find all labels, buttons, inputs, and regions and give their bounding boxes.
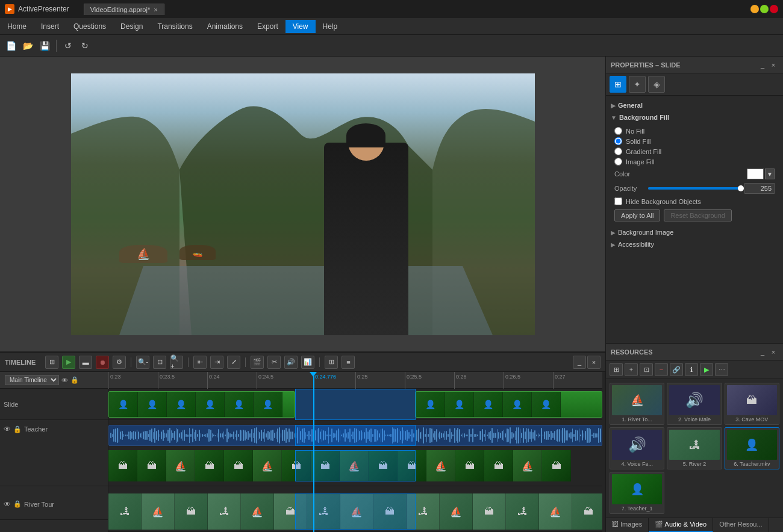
menu-design[interactable]: Design [113, 20, 150, 33]
image-fill-radio[interactable] [614, 158, 622, 165]
resource-item-5[interactable]: 🏞 5. River 2 [667, 427, 722, 469]
bg-image-section-header[interactable]: ▶ Background Image [610, 226, 779, 238]
timeline-play-btn[interactable]: ▶ [62, 356, 75, 369]
slide-green-clip-2[interactable]: 👤 👤 👤 👤 👤 [416, 391, 602, 418]
undo-button[interactable]: ↺ [61, 39, 75, 53]
res-grid-view[interactable]: ⊞ [610, 363, 623, 376]
res-add-btn[interactable]: + [625, 363, 638, 376]
zoom-out-btn[interactable]: 🔍- [136, 356, 149, 369]
menu-home[interactable]: Home [0, 20, 34, 33]
file-tab[interactable]: VideoEditing.approj* × [84, 4, 164, 15]
resource-item-6[interactable]: 👤 6. Teacher.mkv [725, 427, 779, 469]
resource-item-7[interactable]: 👤 7. Teacher_1 [610, 472, 664, 514]
color-swatch[interactable] [747, 169, 764, 179]
reset-bg-btn[interactable]: Reset Background [664, 209, 732, 221]
minimize-button[interactable] [750, 5, 759, 13]
open-button[interactable]: 📂 [20, 39, 35, 53]
res-tab-other[interactable]: Other Resou... [713, 518, 769, 532]
timeline-clip-btn[interactable]: ▬ [79, 356, 92, 369]
tl-btn-12[interactable]: 🔊 [284, 356, 298, 369]
tl-btn-11[interactable]: ✂ [267, 356, 281, 369]
res-panel-minimize[interactable]: _ [758, 347, 767, 357]
props-panel-close[interactable]: × [769, 60, 778, 70]
tab-fx[interactable]: ✦ [629, 76, 646, 93]
accessibility-section-header[interactable]: ▶ Accessibility [610, 238, 779, 250]
new-button[interactable]: 📄 [4, 39, 18, 53]
timeline-body: Main Timeline 👁 🔒 Slide 👁 🔒 Teacher [0, 372, 605, 532]
slide-green-clip[interactable]: 👤 👤 👤 👤 👤 👤 [108, 391, 295, 418]
tl-btn-14[interactable]: ⊞ [325, 356, 338, 369]
maximize-button[interactable] [760, 5, 769, 13]
tl-minimize-btn[interactable]: _ [573, 356, 586, 369]
river-lock-icon[interactable]: 🔒 [13, 500, 22, 508]
res-info-btn[interactable]: ℹ [685, 363, 698, 376]
menu-view[interactable]: View [285, 20, 316, 33]
res-link-btn[interactable]: 🔗 [670, 363, 683, 376]
no-fill-radio[interactable] [614, 127, 622, 135]
tab-anim[interactable]: ◈ [648, 76, 665, 93]
timeline-record-btn[interactable]: ⏺ [96, 356, 109, 369]
close-button[interactable] [770, 5, 778, 13]
redo-button[interactable]: ↻ [78, 39, 92, 53]
res-panel-close[interactable]: × [769, 347, 778, 357]
solid-fill-radio[interactable] [614, 137, 622, 145]
menu-animations[interactable]: Animations [200, 20, 250, 33]
teacher-track-row[interactable]: // Will be rendered via JS below 🏔 🏔 ⛵ [108, 420, 602, 486]
menu-export[interactable]: Export [250, 20, 285, 33]
track-content[interactable]: 0:23 0:23.5 0:24 0:24.5 0:24.776 0:25 0:… [108, 372, 605, 532]
tl-btn-9[interactable]: ⤢ [227, 356, 240, 369]
tl-btn-10[interactable]: 🎬 [251, 356, 264, 369]
tl-btn-8[interactable]: ⇥ [210, 356, 223, 369]
res-more-btn[interactable]: ⋯ [715, 363, 728, 376]
resource-item-2[interactable]: 🔊 2. Voice Male [667, 383, 722, 425]
opacity-thumb[interactable] [738, 185, 744, 191]
slide-canvas[interactable]: ⛵ 🚤 [71, 73, 535, 335]
slide-track-row[interactable]: 👤 👤 👤 👤 👤 👤 [108, 389, 602, 420]
tab-slide[interactable]: ⊞ [610, 76, 626, 93]
ruler-tick-1: 0:23.5 [158, 372, 175, 389]
res-delete-btn[interactable]: − [655, 363, 668, 376]
tl-sep-1 [131, 357, 131, 367]
bg-fill-section-header[interactable]: ▼ Background Fill [610, 111, 779, 123]
teacher-eye-icon[interactable]: 👁 [4, 425, 11, 433]
opacity-input[interactable] [744, 183, 775, 194]
zoom-fit-btn[interactable]: ⊡ [153, 356, 166, 369]
river-video-clip[interactable]: 🏞 ⛵ 🏔 🏞 ⛵ 🏔 🏞 ⛵ 🏔 🏞 ⛵ [108, 493, 602, 530]
tl-btn-13[interactable]: 📊 [301, 356, 314, 369]
file-tab-close[interactable]: × [154, 6, 157, 13]
res-tab-images[interactable]: 🖼 Images [606, 518, 649, 532]
timeline-playhead[interactable] [313, 372, 314, 532]
canvas-area: ⛵ 🚤 TIMELINE ⊞ ▶ ▬ ⏺ ⚙ 🔍- ⊡ 🔍+ ⇤ ⇥ [0, 57, 605, 532]
resource-item-4[interactable]: 🔊 4. Voice Fe... [610, 427, 664, 469]
timeline-settings-btn[interactable]: ⚙ [113, 356, 126, 369]
timeline-select[interactable]: Main Timeline [5, 375, 59, 385]
menu-questions[interactable]: Questions [66, 20, 113, 33]
menu-insert[interactable]: Insert [34, 20, 66, 33]
resource-item-3[interactable]: 🏔 3. Cave.MOV [725, 383, 779, 425]
opacity-slider[interactable] [648, 187, 741, 190]
timeline-fit-btn[interactable]: ⊞ [45, 356, 58, 369]
res-tab-audio-video[interactable]: 🎬 Audio & Video [649, 518, 713, 532]
hide-bg-checkbox[interactable] [614, 197, 622, 205]
menu-transitions[interactable]: Transitions [150, 20, 199, 33]
tl-btn-15[interactable]: ≡ [342, 356, 355, 369]
save-button[interactable]: 💾 [37, 39, 52, 53]
apply-to-all-btn[interactable]: Apply to All [614, 209, 660, 221]
right-panel: PROPERTIES – SLIDE _ × ⊞ ✦ ◈ ▶ General ▼… [605, 57, 783, 532]
res-play-btn[interactable]: ▶ [700, 363, 713, 376]
river-track-row[interactable]: 🏞 ⛵ 🏔 🏞 ⛵ 🏔 🏞 ⛵ 🏔 🏞 ⛵ [108, 491, 602, 532]
props-panel-minimize[interactable]: _ [758, 60, 767, 70]
color-dropdown-btn[interactable]: ▼ [765, 169, 775, 179]
res-group-btn[interactable]: ⊡ [640, 363, 653, 376]
resource-item-1[interactable]: ⛵ 1. River To... [610, 383, 664, 425]
tl-btn-7[interactable]: ⇤ [193, 356, 207, 369]
opacity-fill [648, 187, 741, 190]
tl-close-btn[interactable]: × [587, 356, 601, 369]
gradient-fill-radio[interactable] [614, 147, 622, 155]
river-eye-icon[interactable]: 👁 [4, 500, 11, 509]
general-section-header[interactable]: ▶ General [610, 99, 779, 111]
menu-help[interactable]: Help [316, 20, 345, 33]
teacher-video-row[interactable]: 🏔 🏔 ⛵ 🏔 🏔 ⛵ 🏔 🏔 ⛵ 🏔 🏔 [108, 450, 602, 481]
zoom-in-btn[interactable]: 🔍+ [170, 356, 183, 369]
teacher-lock-icon[interactable]: 🔒 [13, 425, 22, 433]
